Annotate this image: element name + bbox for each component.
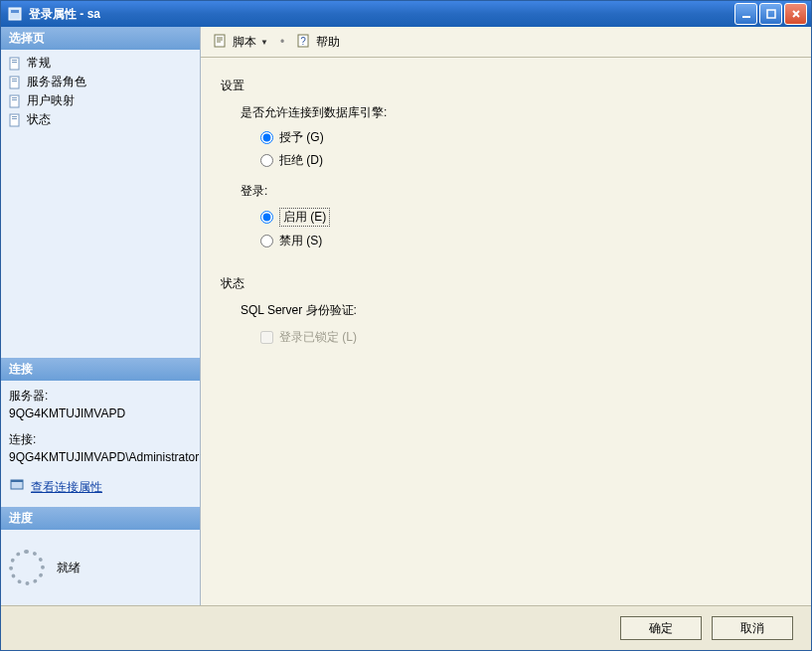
sidebar-item-general[interactable]: 常规 — [5, 54, 196, 73]
help-label: 帮助 — [316, 34, 340, 51]
help-icon: ? — [296, 33, 312, 52]
connection-label: 连接: — [9, 430, 192, 448]
radio-grant[interactable]: 授予 (G) — [260, 129, 797, 146]
window-title: 登录属性 - sa — [29, 6, 734, 23]
connection-info: 服务器: 9QG4KMTUJIMVAPD 连接: 9QG4KMTUJIMVAPD… — [1, 381, 200, 507]
svg-rect-3 — [767, 10, 775, 18]
script-button[interactable]: 脚本 ▼ — [209, 31, 272, 54]
svg-rect-1 — [11, 10, 19, 13]
radio-enable-label: 启用 (E) — [279, 208, 330, 227]
radio-deny-input[interactable] — [260, 154, 273, 167]
radio-enable-input[interactable] — [260, 211, 273, 224]
sidebar: 选择页 常规 服务器角色 — [1, 27, 201, 605]
script-icon — [213, 33, 229, 52]
page-icon — [7, 93, 23, 109]
locked-checkbox-row: 登录已锁定 (L) — [260, 329, 797, 346]
sidebar-item-label: 常规 — [27, 55, 51, 72]
radio-grant-input[interactable] — [260, 131, 273, 144]
progress-status: 就绪 — [57, 560, 81, 576]
svg-rect-7 — [12, 60, 17, 61]
sidebar-spacer — [1, 137, 200, 358]
server-value: 9QG4KMTUJIMVAPD — [9, 405, 192, 422]
app-icon — [7, 6, 23, 22]
svg-rect-8 — [12, 62, 17, 63]
cancel-button[interactable]: 取消 — [712, 616, 793, 640]
page-icon — [7, 75, 23, 90]
svg-rect-12 — [10, 95, 19, 107]
login-title: 登录: — [241, 183, 797, 200]
view-connection-properties-link[interactable]: 查看连接属性 — [9, 476, 102, 497]
toolbar-separator: • — [276, 35, 288, 49]
sidebar-item-status[interactable]: 状态 — [5, 110, 196, 129]
page-icon — [7, 112, 23, 128]
radio-deny-label: 拒绝 (D) — [279, 152, 323, 169]
minimize-button[interactable] — [734, 3, 757, 25]
sidebar-item-label: 用户映射 — [27, 92, 75, 109]
sql-auth-label: SQL Server 身份验证: — [241, 302, 797, 319]
dialog-window: 登录属性 - sa 选择页 — [0, 0, 812, 651]
svg-rect-11 — [12, 81, 17, 81]
locked-checkbox — [260, 331, 273, 344]
help-button[interactable]: ? 帮助 — [292, 31, 344, 54]
ok-button[interactable]: 确定 — [620, 616, 702, 640]
svg-rect-0 — [9, 8, 21, 20]
svg-rect-20 — [215, 35, 225, 47]
button-bar: 确定 取消 — [1, 605, 811, 650]
svg-text:?: ? — [300, 36, 306, 47]
radio-disable-input[interactable] — [260, 235, 273, 247]
sidebar-item-user-mapping[interactable]: 用户映射 — [5, 91, 196, 110]
locked-label: 登录已锁定 (L) — [279, 329, 357, 346]
sidebar-header-select: 选择页 — [1, 27, 200, 50]
sidebar-item-server-roles[interactable]: 服务器角色 — [5, 73, 196, 91]
status-title: 状态 — [221, 275, 797, 292]
svg-rect-9 — [10, 77, 19, 88]
radio-enable[interactable]: 启用 (E) — [260, 208, 797, 227]
sidebar-header-connection: 连接 — [1, 358, 200, 381]
page-icon — [7, 56, 23, 72]
sidebar-item-label: 状态 — [27, 111, 51, 128]
titlebar: 登录属性 - sa — [1, 1, 811, 27]
connect-permission-label: 是否允许连接到数据库引擎: — [241, 104, 797, 121]
radio-disable[interactable]: 禁用 (S) — [260, 233, 797, 249]
radio-disable-label: 禁用 (S) — [279, 233, 322, 249]
svg-rect-6 — [10, 58, 19, 70]
close-button[interactable] — [784, 3, 807, 25]
window-controls — [734, 3, 807, 25]
sidebar-header-progress: 进度 — [1, 507, 200, 530]
toolbar: 脚本 ▼ • ? 帮助 — [201, 27, 811, 58]
svg-rect-13 — [12, 97, 17, 98]
link-text: 查看连接属性 — [31, 478, 102, 496]
svg-rect-19 — [11, 480, 23, 482]
sidebar-item-label: 服务器角色 — [27, 74, 86, 90]
progress-spinner-icon — [9, 550, 45, 585]
svg-rect-10 — [12, 79, 17, 80]
sidebar-nav: 常规 服务器角色 用户映射 — [1, 50, 200, 137]
content-area: 设置 是否允许连接到数据库引擎: 授予 (G) 拒绝 (D) 登录: — [201, 58, 811, 605]
settings-title: 设置 — [221, 78, 797, 94]
svg-rect-16 — [12, 116, 17, 117]
radio-deny[interactable]: 拒绝 (D) — [260, 152, 797, 169]
link-icon — [9, 476, 25, 497]
main-panel: 脚本 ▼ • ? 帮助 设置 是否允许连接到数据库引擎: — [201, 27, 811, 605]
svg-rect-2 — [742, 16, 750, 18]
server-label: 服务器: — [9, 387, 192, 405]
progress-block: 就绪 — [1, 530, 200, 605]
connection-value: 9QG4KMTUJIMVAPD\Administrator — [9, 448, 192, 466]
svg-rect-17 — [12, 118, 17, 119]
chevron-down-icon: ▼ — [260, 38, 268, 47]
svg-rect-14 — [12, 99, 17, 100]
maximize-button[interactable] — [759, 3, 782, 25]
dialog-body: 选择页 常规 服务器角色 — [1, 27, 811, 605]
svg-rect-15 — [10, 114, 19, 126]
script-label: 脚本 — [233, 34, 256, 51]
radio-grant-label: 授予 (G) — [279, 129, 324, 146]
